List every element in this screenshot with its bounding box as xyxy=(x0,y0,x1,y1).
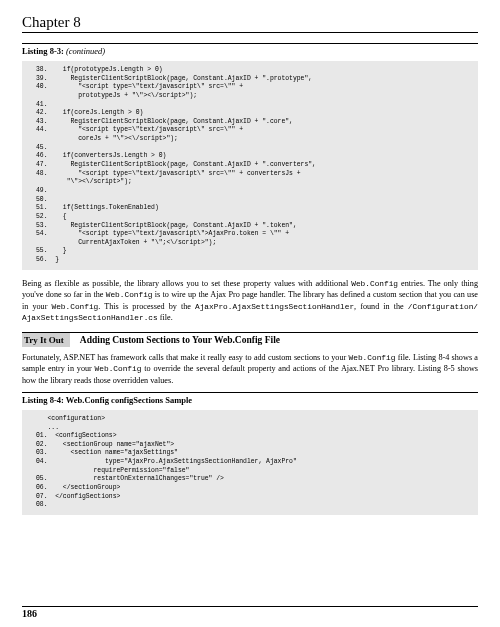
page: Chapter 8 Listing 8-3: (continued) 38. i… xyxy=(0,0,500,627)
text: . This is processed by the xyxy=(98,302,195,311)
try-it-out-label: Try It Out xyxy=(22,333,70,347)
text: file. xyxy=(158,313,173,322)
text: , found in the xyxy=(354,302,408,311)
chapter-heading: Chapter 8 xyxy=(22,14,478,33)
text: Fortunately, ASP.NET has framework calls… xyxy=(22,353,349,362)
listing-1-header: Listing 8-3: (continued) xyxy=(22,43,478,56)
try-it-out-row: Try It Out Adding Custom Sections to You… xyxy=(22,332,478,347)
listing-2-code: <configuration> ... 01. <configSections>… xyxy=(22,410,478,515)
inline-code: AjaxPro.AjaxSettingsSectionHandler xyxy=(195,303,354,311)
inline-code: Web.Config xyxy=(349,354,396,362)
text: Being as flexible as possible, the libra… xyxy=(22,279,351,288)
try-it-out-title: Adding Custom Sections to Your Web.Confi… xyxy=(70,333,280,347)
listing-1-continued: (continued) xyxy=(66,46,105,56)
inline-code: Web.Config xyxy=(95,365,142,373)
page-number: 186 xyxy=(22,606,478,619)
listing-2-header: Listing 8-4: Web.Config configSections S… xyxy=(22,392,478,405)
inline-code: Web.Config xyxy=(351,280,398,288)
inline-code: Web.Config xyxy=(51,303,98,311)
listing-1-title: Listing 8-3: xyxy=(22,46,64,56)
inline-code: Web.Config xyxy=(106,291,153,299)
listing-1-code: 38. if(prototypeJs.Length > 0) 39. Regis… xyxy=(22,61,478,270)
paragraph-1: Being as flexible as possible, the libra… xyxy=(22,278,478,324)
paragraph-2: Fortunately, ASP.NET has framework calls… xyxy=(22,352,478,386)
